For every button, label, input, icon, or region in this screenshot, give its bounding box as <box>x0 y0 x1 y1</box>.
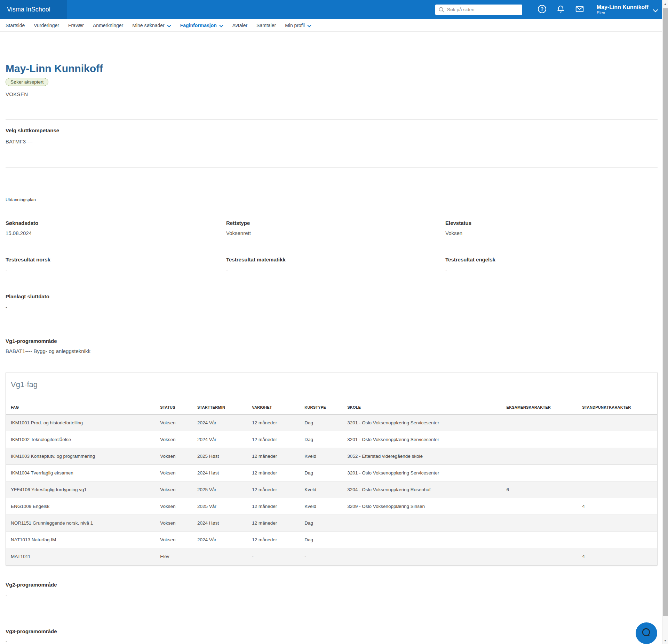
field-vg2-programomrade: Vg2-programområde - <box>6 582 658 598</box>
nav-item-vurderinger[interactable]: Vurderinger <box>29 19 64 31</box>
table-cell: YFF4106 Yrkesfaglig fordypning vg1 <box>6 481 155 498</box>
table-cell: 12 måneder <box>247 448 300 465</box>
table-cell: 12 måneder <box>247 498 300 515</box>
table-cell <box>192 548 247 565</box>
table-row: MAT1011Elev--4 <box>6 548 657 565</box>
nav-item-samtaler[interactable]: Samtaler <box>252 19 280 31</box>
table-cell: 12 måneder <box>247 465 300 481</box>
table-cell: 12 måneder <box>247 431 300 448</box>
divider <box>6 167 658 168</box>
app-logo[interactable]: Visma InSchool <box>0 0 67 19</box>
table-cell: Dag <box>300 515 342 532</box>
table-cell <box>342 532 501 548</box>
table-cell: Voksen <box>155 498 192 515</box>
nav-item-anmerkninger[interactable]: Anmerkninger <box>88 19 128 31</box>
chevron-down-icon <box>167 23 171 29</box>
scroll-down-icon[interactable]: ▼ <box>662 639 668 642</box>
chat-button[interactable] <box>636 622 657 644</box>
table-cell: 2025 Vår <box>192 498 247 515</box>
table-header-row: FAGSTATUSSTARTTERMINVARIGHETKURSTYPESKOL… <box>6 405 657 415</box>
table-cell <box>502 415 578 431</box>
student-category: VOKSEN <box>6 91 658 97</box>
table-cell: - <box>300 548 342 565</box>
table-cell <box>342 548 501 565</box>
scroll-up-icon[interactable]: ▲ <box>662 2 668 6</box>
table-cell: Voksen <box>155 515 192 532</box>
nav-item-label: Faginformasjon <box>180 23 217 28</box>
table-cell: 12 måneder <box>247 515 300 532</box>
table-cell: ENG1009 Engelsk <box>6 498 155 515</box>
table-cell: IKM1001 Prod. og historiefortelling <box>6 415 155 431</box>
table-cell: 2024 Høst <box>192 465 247 481</box>
empty-value: – <box>6 182 658 188</box>
scrollbar: ▲ ▼ <box>662 0 668 644</box>
table-cell: Elev <box>155 548 192 565</box>
column-header-varighet: VARIGHET <box>247 405 300 415</box>
table-cell: 12 måneder <box>247 481 300 498</box>
nav-item-label: Vurderinger <box>34 23 59 28</box>
table-cell: Dag <box>300 532 342 548</box>
nav-item-startside[interactable]: Startside <box>1 19 29 31</box>
table-cell: 4 <box>577 498 657 515</box>
nav-item-label: Min profil <box>285 23 305 28</box>
search-input[interactable] <box>435 5 522 15</box>
nav-item-mine-s-knader[interactable]: Mine søknader <box>128 19 176 31</box>
field-test-engelsk: Testresultat engelsk - <box>445 257 658 273</box>
table-cell <box>577 481 657 498</box>
help-button[interactable]: ? <box>538 5 547 14</box>
card-title: Vg1-fag <box>11 380 657 389</box>
nav-item-min-profil[interactable]: Min profil <box>280 19 316 31</box>
user-role: Elev <box>597 10 649 16</box>
table-cell <box>502 532 578 548</box>
table-cell: Voksen <box>155 481 192 498</box>
table-cell: NOR1151 Grunnleggende norsk, nivå 1 <box>6 515 155 532</box>
field-vg1-programomrade: Vg1-programområde BABAT1---- Bygg- og an… <box>6 338 658 354</box>
table-cell: Voksen <box>155 465 192 481</box>
table-cell: Voksen <box>155 532 192 548</box>
field-soknadsdato: Søknadsdato 15.08.2024 <box>6 220 226 236</box>
messages-button[interactable] <box>575 5 584 14</box>
field-elevstatus: Elevstatus Voksen <box>445 220 658 236</box>
nav-item-label: Fravær <box>68 23 84 28</box>
table-cell: 3201 - Oslo Voksenopplæring Servicesente… <box>342 431 501 448</box>
page-title: May-Linn Kunnikoff <box>6 62 658 75</box>
topbar-actions: ? May-Linn Kunnikoff Elev <box>435 4 668 16</box>
table-cell <box>502 498 578 515</box>
nav-item-label: Avtaler <box>232 23 247 28</box>
field-rettstype: Rettstype Voksenrett <box>226 220 445 236</box>
nav-item-avtaler[interactable]: Avtaler <box>228 19 252 31</box>
status-badge: Søker akseptert <box>6 78 48 86</box>
table-cell: 2024 Vår <box>192 431 247 448</box>
table-cell: Voksen <box>155 415 192 431</box>
table-cell: 3201 - Oslo Voksenopplæring Servicesente… <box>342 415 501 431</box>
fields-row-tests: Testresultat norsk - Testresultat matema… <box>6 257 658 273</box>
notifications-button[interactable] <box>556 5 565 14</box>
column-header-standpunktkarakter: STANDPUNKTKARAKTER <box>577 405 657 415</box>
vg1-fag-table: FAGSTATUSSTARTTERMINVARIGHETKURSTYPESKOL… <box>6 405 657 565</box>
nav-item-frav-r[interactable]: Fravær <box>64 19 88 31</box>
table-cell: Kveld <box>300 498 342 515</box>
user-menu[interactable]: May-Linn Kunnikoff Elev <box>597 4 658 16</box>
field-planlagt-sluttdato: Planlagt sluttdato - <box>6 293 658 310</box>
table-cell <box>577 415 657 431</box>
table-cell: NAT1013 Naturfag IM <box>6 532 155 548</box>
chevron-down-icon <box>219 23 223 29</box>
vg1-fag-card: Vg1-fag FAGSTATUSSTARTTERMINVARIGHETKURS… <box>6 372 658 565</box>
svg-text:?: ? <box>540 6 543 12</box>
column-header-status: STATUS <box>155 405 192 415</box>
column-header-fag: FAG <box>6 405 155 415</box>
table-cell: Dag <box>300 431 342 448</box>
scrollbar-thumb[interactable] <box>663 8 668 616</box>
table-cell: 6 <box>502 481 578 498</box>
column-header-skole: SKOLE <box>342 405 501 415</box>
table-cell: IKM1002 Teknologiforståelse <box>6 431 155 448</box>
user-name: May-Linn Kunnikoff <box>597 4 649 10</box>
table-row: NAT1013 Naturfag IMVoksen2024 Vår12 måne… <box>6 532 657 548</box>
table-row: NOR1151 Grunnleggende norsk, nivå 1Vokse… <box>6 515 657 532</box>
field-vg3-programomrade: Vg3-programområde - <box>6 628 658 644</box>
nav-item-faginformasjon[interactable]: Faginformasjon <box>176 19 228 31</box>
table-cell <box>342 515 501 532</box>
student-page: May-Linn Kunnikoff Søker akseptert VOKSE… <box>0 62 668 644</box>
nav-item-label: Mine søknader <box>132 23 165 28</box>
table-cell <box>577 465 657 481</box>
